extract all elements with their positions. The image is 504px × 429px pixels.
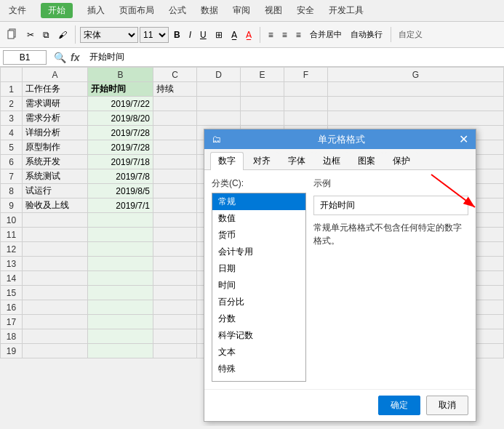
- merge-center-btn[interactable]: 合并居中: [306, 27, 345, 42]
- menu-data[interactable]: 数据: [198, 3, 221, 18]
- category-item-文本[interactable]: 文本: [212, 344, 305, 361]
- cell-a1[interactable]: 工作任务: [23, 82, 88, 97]
- menu-file[interactable]: 文件: [6, 3, 29, 18]
- cell-b13[interactable]: [88, 257, 153, 271]
- menu-page-layout[interactable]: 页面布局: [116, 3, 157, 18]
- dialog-tab-对齐[interactable]: 对齐: [245, 152, 279, 169]
- underline-btn[interactable]: U: [196, 28, 210, 42]
- ok-button[interactable]: 确定: [378, 396, 420, 415]
- cell-c17[interactable]: [153, 315, 197, 329]
- border-btn[interactable]: ⊞: [212, 28, 226, 42]
- cell-b17[interactable]: [88, 315, 153, 329]
- cell-b2[interactable]: 2019/7/22: [88, 97, 153, 111]
- cell-a8[interactable]: 试运行: [23, 184, 88, 199]
- cell-c5[interactable]: [153, 140, 197, 155]
- category-item-时间[interactable]: 时间: [212, 277, 305, 294]
- category-item-分数[interactable]: 分数: [212, 310, 305, 327]
- col-header-f[interactable]: F: [284, 68, 328, 82]
- cell-b9[interactable]: 2019/7/1: [88, 199, 153, 213]
- cell-c2[interactable]: [153, 97, 197, 111]
- size-selector[interactable]: 11: [140, 27, 169, 43]
- cell-b14[interactable]: [88, 271, 153, 286]
- category-item-货币[interactable]: 货币: [212, 227, 305, 244]
- fill-color-btn[interactable]: A̲: [228, 28, 241, 42]
- cell-b12[interactable]: [88, 242, 153, 257]
- dialog-tab-图案[interactable]: 图案: [350, 152, 383, 169]
- close-icon[interactable]: ✕: [459, 132, 468, 146]
- font-color-btn[interactable]: A̲: [242, 28, 255, 42]
- cell-c13[interactable]: [153, 257, 197, 271]
- cell-c14[interactable]: [153, 271, 197, 286]
- cell-b15[interactable]: [88, 286, 153, 300]
- cell-a16[interactable]: [23, 300, 88, 315]
- cell-a18[interactable]: [23, 329, 88, 344]
- cell-c4[interactable]: [153, 126, 197, 140]
- bold-btn[interactable]: B: [170, 28, 184, 42]
- cell-empty[interactable]: [284, 82, 328, 97]
- paste-btn[interactable]: [3, 25, 22, 44]
- copy-btn[interactable]: ⧉: [39, 28, 53, 42]
- category-list[interactable]: 常规数值货币会计专用日期时间百分比分数科学记数文本特殊自定义: [212, 193, 306, 382]
- category-item-数值[interactable]: 数值: [212, 210, 305, 227]
- category-item-常规[interactable]: 常规: [212, 193, 305, 210]
- cell-a7[interactable]: 系统测试: [23, 169, 88, 184]
- menu-formula[interactable]: 公式: [166, 3, 189, 18]
- cell-a15[interactable]: [23, 286, 88, 300]
- cell-empty[interactable]: [328, 111, 504, 126]
- cell-c18[interactable]: [153, 329, 197, 344]
- dialog-tab-保护[interactable]: 保护: [385, 152, 418, 169]
- col-header-d[interactable]: D: [197, 68, 241, 82]
- cell-a5[interactable]: 原型制作: [23, 140, 88, 155]
- cell-format-dialog[interactable]: 🗂 单元格格式 ✕ 数字对齐字体边框图案保护 分类(C): 常规数值货币会计专用…: [204, 129, 476, 422]
- cell-empty[interactable]: [284, 111, 328, 126]
- col-header-e[interactable]: E: [241, 68, 284, 82]
- col-header-a[interactable]: A: [23, 68, 88, 82]
- formula-input[interactable]: [87, 50, 501, 65]
- category-item-自定义[interactable]: 自定义: [212, 377, 305, 382]
- menu-security[interactable]: 安全: [294, 3, 317, 18]
- align-right-btn[interactable]: ≡: [292, 28, 305, 42]
- category-item-科学记数[interactable]: 科学记数: [212, 327, 305, 344]
- cell-empty[interactable]: [241, 82, 284, 97]
- cell-empty[interactable]: [241, 111, 284, 126]
- cell-empty[interactable]: [241, 97, 284, 111]
- auto-wrap-btn[interactable]: 自动换行: [347, 27, 386, 42]
- cell-empty[interactable]: [284, 97, 328, 111]
- cell-c7[interactable]: [153, 169, 197, 184]
- cell-b19[interactable]: [88, 344, 153, 358]
- cell-b8[interactable]: 2019/8/5: [88, 184, 153, 199]
- cell-c1[interactable]: 持续: [153, 82, 197, 97]
- category-item-日期[interactable]: 日期: [212, 260, 305, 277]
- cell-b1[interactable]: 开始时间: [88, 82, 153, 97]
- cell-c19[interactable]: [153, 344, 197, 358]
- font-selector[interactable]: 宋体: [80, 27, 138, 43]
- col-header-c[interactable]: C: [153, 68, 197, 82]
- cell-empty[interactable]: [328, 97, 504, 111]
- cell-b11[interactable]: [88, 228, 153, 242]
- dialog-tab-边框[interactable]: 边框: [315, 152, 348, 169]
- cell-b4[interactable]: 2019/7/28: [88, 126, 153, 140]
- cell-empty[interactable]: [197, 111, 241, 126]
- cell-b10[interactable]: [88, 213, 153, 228]
- cell-a19[interactable]: [23, 344, 88, 358]
- cell-c6[interactable]: [153, 155, 197, 169]
- dialog-tab-数字[interactable]: 数字: [210, 152, 244, 170]
- cell-a10[interactable]: [23, 213, 88, 228]
- category-item-百分比[interactable]: 百分比: [212, 294, 305, 310]
- cell-b5[interactable]: 2019/7/28: [88, 140, 153, 155]
- cell-reference-input[interactable]: [3, 50, 47, 65]
- cell-c16[interactable]: [153, 300, 197, 315]
- dialog-tab-字体[interactable]: 字体: [280, 152, 313, 169]
- category-item-特殊[interactable]: 特殊: [212, 361, 305, 377]
- cell-b6[interactable]: 2019/7/18: [88, 155, 153, 169]
- cell-a4[interactable]: 详细分析: [23, 126, 88, 140]
- cell-empty[interactable]: [197, 97, 241, 111]
- menu-start-btn[interactable]: 开始: [41, 3, 73, 18]
- cell-empty[interactable]: [197, 82, 241, 97]
- cut-btn[interactable]: ✂: [23, 28, 38, 42]
- cell-a3[interactable]: 需求分析: [23, 111, 88, 126]
- menu-view[interactable]: 视图: [262, 3, 285, 18]
- cell-b7[interactable]: 2019/7/8: [88, 169, 153, 184]
- cell-c11[interactable]: [153, 228, 197, 242]
- col-header-b[interactable]: B: [88, 68, 153, 82]
